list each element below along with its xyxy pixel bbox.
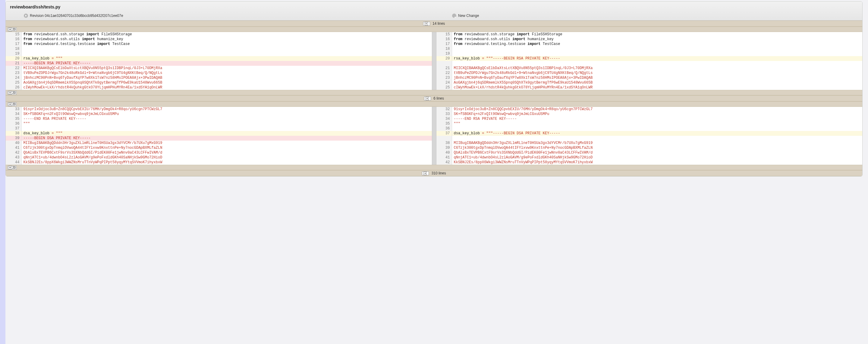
diff-separator bbox=[432, 76, 436, 80]
code-right[interactable] bbox=[452, 51, 862, 56]
code-right[interactable]: from reviewboard.ssh.storage import File… bbox=[452, 32, 862, 37]
code-left[interactable]: -----BEGIN DSA PRIVATE KEY----- bbox=[22, 136, 432, 141]
code-left[interactable]: from reviewboard.ssh.utils import humani… bbox=[22, 37, 432, 41]
code-left[interactable] bbox=[22, 51, 432, 56]
code-left[interactable]: qNnjATC1+ub/4dwnbO4sL2zlAoGAVM/g9ePoFxdl… bbox=[22, 155, 432, 160]
diff-row[interactable]: 38dsa_key_blob = """37dsa_key_blob = """… bbox=[6, 131, 862, 136]
diff-row[interactable]: 35-----END RSA PRIVATE KEY-----34-----EN… bbox=[6, 116, 862, 121]
code-right[interactable]: jBnhczMC90PnN+Bvq6TyDaufXqYP7w8Xk1TsW7nz… bbox=[452, 76, 862, 80]
diff-row[interactable]: 16from reviewboard.ssh.utils import huma… bbox=[6, 37, 862, 41]
code-left[interactable]: MIIBugIBAAKBgQDddn3Hr3guZXLlmRLlneT0HSUa… bbox=[22, 141, 432, 145]
expand-top-mini-button[interactable]: +20 bbox=[7, 27, 17, 31]
revision-row: Revision 04c1ae32640701c33d6bccb95d432f2… bbox=[6, 12, 862, 20]
diff-row[interactable]: 42QbAlsBxTEVPB6CxtF9srVs3SXNbQddGI/PidEK… bbox=[6, 150, 862, 155]
code-right[interactable]: dsa_key_blob = """-----BEGIN DSA PRIVATE… bbox=[452, 131, 862, 136]
diff-row[interactable]: 22MIICXQIBAAKBgQCsElbDaXtsLctXBQVu8N55pt… bbox=[6, 66, 862, 70]
code-left[interactable]: dsa_key_blob = """ bbox=[22, 131, 432, 136]
code-right[interactable]: qNnjATC1+ub/4dwnbO4sL2zlAoGAVM/g9ePoFxdl… bbox=[452, 155, 862, 160]
code-right[interactable] bbox=[452, 126, 862, 131]
expand-mid-bot-button[interactable]: +20 bbox=[7, 102, 17, 106]
code-left[interactable]: QbAlsBxTEVPB6CxtF9srVs3SXNbQddGI/PidEK00… bbox=[22, 150, 432, 155]
code-left[interactable]: KkSBNJ2Es/8ppX6Wkgi3WWZNsMruTTnVyWPqPIPp… bbox=[22, 160, 432, 165]
line-number-left: 37 bbox=[6, 126, 22, 131]
code-right[interactable]: MIICXQIBAAKBgQCsElbDaXtsLctXBQVu8N55ptQ3… bbox=[452, 66, 862, 70]
code-left[interactable]: C6Tzjk300tgxDpTnmqlOVwoQA44tIFYlxvw9Knxt… bbox=[22, 145, 432, 150]
code-left[interactable]: MIICXQIBAAKBgQCsElbDaXtsLctXBQVu8N55ptQ3… bbox=[22, 66, 432, 70]
line-number-right bbox=[436, 136, 452, 141]
line-number-left: 26 bbox=[6, 85, 22, 90]
diff-row[interactable]: 34SK+fSBGKFq+n2FxQIt9OWswQ+wbvq9jmJmLCGx… bbox=[6, 112, 862, 116]
diff-row[interactable]: 39-----BEGIN DSA PRIVATE KEY----- bbox=[6, 136, 862, 141]
code-left[interactable]: from reviewboard.ssh.storage import File… bbox=[22, 32, 432, 37]
diff-row[interactable]: 1919 bbox=[6, 51, 862, 56]
code-right[interactable]: 91syrIxOdjoc3uB+Zn8CQQCpvbEXIU/76MH/yDmg… bbox=[452, 107, 862, 112]
line-number-right: 38 bbox=[436, 141, 452, 145]
diff-row[interactable]: 1818 bbox=[6, 47, 862, 51]
plus-icon[interactable] bbox=[452, 13, 456, 18]
code-right[interactable]: AoGAXgjbn4j6qSDRmemlkX5Spnq0SQhXTk0gytBe… bbox=[452, 80, 862, 85]
diff-row[interactable]: 36"""35""" bbox=[6, 121, 862, 126]
code-right[interactable]: """ bbox=[452, 121, 862, 126]
code-left[interactable]: """ bbox=[22, 121, 432, 126]
code-left[interactable] bbox=[22, 47, 432, 51]
diff-row[interactable]: 40MIIBugIBAAKBgQDddn3Hr3guZXLlmRLlneT0HS… bbox=[6, 141, 862, 145]
line-number-left: 15 bbox=[6, 32, 22, 37]
code-left[interactable]: jBnhczMC90PnN+Bvq6TyDaufXqYP7w8Xk1TsW7nz… bbox=[22, 76, 432, 80]
line-number-right: 22 bbox=[436, 70, 452, 76]
line-number-left: 43 bbox=[6, 155, 22, 160]
diff-row[interactable]: 26cIWyhMowEk+LkX/rhdstR4kQuhkgGtkO78YLjq… bbox=[6, 85, 862, 90]
code-left[interactable] bbox=[22, 126, 432, 131]
line-number-right: 35 bbox=[436, 121, 452, 126]
code-left[interactable]: -----BEGIN RSA PRIVATE KEY----- bbox=[22, 61, 432, 66]
code-right[interactable]: -----END RSA PRIVATE KEY----- bbox=[452, 116, 862, 121]
code-left[interactable]: cIWyhMowEk+LkX/rhdstR4kQuhkgGtkO78YLjqmH… bbox=[22, 85, 432, 90]
code-left[interactable]: 91syrIxOdjoc3uB+Zn8CQQCpvbEXIU/76MH/yDmg… bbox=[22, 107, 432, 112]
code-right[interactable]: from reviewboard.ssh.utils import humani… bbox=[452, 37, 862, 41]
expand-mid-top-button[interactable]: +20 bbox=[7, 91, 17, 95]
diff-separator bbox=[432, 32, 436, 37]
diff-row[interactable]: 23tVB9uPeZOPDJrWgu7Gn2k48oRkGdl+9+WtnaNv… bbox=[6, 70, 862, 76]
diff-row[interactable]: 20rsa_key_blob = """20rsa_key_blob = """… bbox=[6, 56, 862, 61]
diff-row[interactable]: 44KkSBNJ2Es/8ppX6Wkgi3WWZNsMruTTnVyWPqPI… bbox=[6, 160, 862, 165]
code-right[interactable]: from reviewboard.testing.testcase import… bbox=[452, 41, 862, 47]
code-left[interactable]: from reviewboard.testing.testcase import… bbox=[22, 41, 432, 47]
code-left[interactable]: tVB9uPeZOPDJrWgu7Gn2k48oRkGdl+9+WtnaNvgb… bbox=[22, 70, 432, 76]
diff-table-chunk-2: 3391syrIxOdjoc3uB+Zn8CQQCpvbEXIU/76MH/yD… bbox=[6, 107, 862, 165]
diff-separator bbox=[432, 116, 436, 121]
expand-bot-mini-button[interactable]: +20 bbox=[7, 166, 17, 170]
download-icon[interactable] bbox=[24, 13, 28, 18]
diff-row[interactable]: 15from reviewboard.ssh.storage import Fi… bbox=[6, 32, 862, 37]
revision-right-label: New Change bbox=[458, 13, 479, 18]
diff-row[interactable]: 43qNnjATC1+ub/4dwnbO4sL2zlAoGAVM/g9ePoFx… bbox=[6, 155, 862, 160]
diff-separator bbox=[432, 66, 436, 70]
code-left[interactable]: AoGAXgjbn4j6qSDRmemlkX5Spnq0SQhXTk0gytBe… bbox=[22, 80, 432, 85]
code-left[interactable]: SK+fSBGKFq+n2FxQIt9OWswQ+wbvq9jmJmLCGxuU… bbox=[22, 112, 432, 116]
line-number-left: 36 bbox=[6, 121, 22, 126]
code-right[interactable]: tVB9uPeZOPDJrWgu7Gn2k48oRkGdl+9+WtnaNvgb… bbox=[452, 70, 862, 76]
code-right[interactable] bbox=[452, 47, 862, 51]
diff-row[interactable]: 25AoGAXgjbn4j6qSDRmemlkX5Spnq0SQhXTk0gyt… bbox=[6, 80, 862, 85]
code-left[interactable]: -----END RSA PRIVATE KEY----- bbox=[22, 116, 432, 121]
code-right[interactable]: cIWyhMowEk+LkX/rhdstR4kQuhkgGtkO78YLjqmH… bbox=[452, 85, 862, 90]
line-number-left: 42 bbox=[6, 150, 22, 155]
code-right[interactable] bbox=[452, 61, 862, 66]
code-right[interactable] bbox=[452, 136, 862, 141]
code-left[interactable]: rsa_key_blob = """ bbox=[22, 56, 432, 61]
code-right[interactable]: KkSBNJ2Es/8ppX6Wkgi3WWZNsMruTTnVyWPqPIPp… bbox=[452, 160, 862, 165]
diff-row[interactable]: 24jBnhczMC90PnN+Bvq6TyDaufXqYP7w8Xk1TsW7… bbox=[6, 76, 862, 80]
code-right[interactable]: QbAlsBxTEVPB6CxtF9srVs3SXNbQddGI/PidEK00… bbox=[452, 150, 862, 155]
code-right[interactable]: C6Tzjk300tgxDpTnmqlOVwoQA44tIFYlxvw9Knxt… bbox=[452, 145, 862, 150]
expand-mid-button[interactable]: + bbox=[424, 96, 431, 101]
diff-separator bbox=[432, 145, 436, 150]
diff-row[interactable]: 41C6Tzjk300tgxDpTnmqlOVwoQA44tIFYlxvw9Kn… bbox=[6, 145, 862, 150]
expand-top-button[interactable]: + bbox=[423, 22, 430, 26]
code-right[interactable]: MIIBugIBAAKBgQDddn3Hr3guZXLlmRLlneT0HSUa… bbox=[452, 141, 862, 145]
diff-row[interactable]: 3736 bbox=[6, 126, 862, 131]
code-right[interactable]: SK+fSBGKFq+n2FxQIt9OWswQ+wbvq9jmJmLCGxuU… bbox=[452, 112, 862, 116]
code-right[interactable]: rsa_key_blob = """-----BEGIN RSA PRIVATE… bbox=[452, 56, 862, 61]
line-number-left: 24 bbox=[6, 76, 22, 80]
diff-row[interactable]: 3391syrIxOdjoc3uB+Zn8CQQCpvbEXIU/76MH/yD… bbox=[6, 107, 862, 112]
diff-row[interactable]: 17from reviewboard.testing.testcase impo… bbox=[6, 41, 862, 47]
diff-row[interactable]: 21-----BEGIN RSA PRIVATE KEY----- bbox=[6, 61, 862, 66]
expand-bot-button[interactable]: + bbox=[422, 171, 429, 175]
